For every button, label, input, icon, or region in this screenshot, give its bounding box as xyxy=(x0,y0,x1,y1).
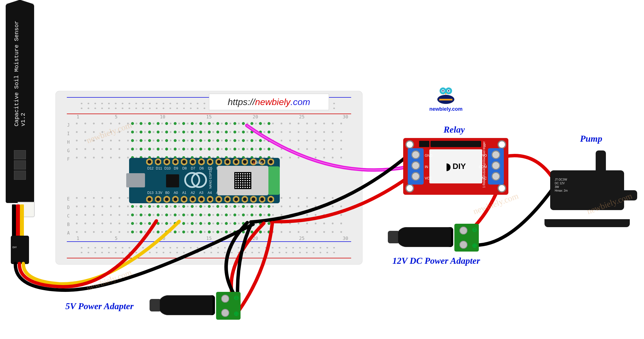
screw-terminal-12v: ⊖ ⊕ xyxy=(454,224,479,252)
label-5v-adapter: 5V Power Adapter xyxy=(65,301,134,311)
barrel-jack-12v-icon xyxy=(396,227,453,247)
newbiely-owl-logo: newbiely.com xyxy=(429,85,463,112)
label-12v-adapter: 12V DC Power Adapter xyxy=(392,256,480,266)
row-letter: H xyxy=(67,140,70,145)
sensor-pcb-icon xyxy=(13,149,27,200)
barrel-jack-5v-icon xyxy=(158,295,215,315)
svg-point-6 xyxy=(448,90,450,92)
svg-rect-8 xyxy=(439,99,452,101)
pump-outlet-top-icon xyxy=(596,150,606,173)
pin-header-bottom xyxy=(146,195,274,203)
relay-header-icon xyxy=(430,141,481,147)
row-letter: I xyxy=(67,131,70,136)
usb-c-port-icon xyxy=(126,173,145,187)
board-model: NANO ESP32 xyxy=(209,169,212,189)
shield-vendor: ublox xyxy=(253,160,263,165)
svg-point-5 xyxy=(442,90,444,92)
row-letter: F xyxy=(67,157,70,162)
optocoupler-icon xyxy=(419,141,429,147)
row-letter: D xyxy=(67,205,70,210)
owl-icon xyxy=(435,85,456,105)
moisture-sensor-label: Capacitive Soil Moisture Sensor v1.2 xyxy=(9,7,31,126)
breadboard-col-numbers-bottom: 1 5 10 15 20 25 30 xyxy=(73,236,345,241)
sensor-cable-plug-icon: DIY xyxy=(11,236,29,264)
qr-code-icon xyxy=(234,172,251,189)
relay-left-pin-labels: GNDINVCC xyxy=(425,150,432,184)
row-letter: G xyxy=(67,148,70,153)
mcu-chip-icon xyxy=(166,174,179,187)
relay-module-text: 1 Relay Module high/low level trigger xyxy=(483,141,486,188)
breadboard-col-numbers-top: 1 5 10 15 20 25 30 xyxy=(73,114,345,120)
arduino-logo-icon xyxy=(191,172,207,188)
sensor-cable-icon xyxy=(12,204,28,238)
row-letter: E xyxy=(67,196,70,202)
website-link-box: https://newbiely.com xyxy=(209,94,329,110)
row-letter: C xyxy=(67,214,70,219)
moisture-sensor: Capacitive Soil Moisture Sensor v1.2 xyxy=(6,4,34,203)
watermark: newbiely.com xyxy=(85,267,133,293)
arduino-nano-esp32: D12D11D10 D9D8D7 D6D5D4 D3D2GND RSTRX0TX… xyxy=(129,158,280,203)
screw-terminal-5v: ⊖ ⊕ xyxy=(216,292,241,320)
relay-module: ◗DIY GNDINVCC NOCOMNC 1 Relay Module hig… xyxy=(403,138,508,195)
pcb-antenna-icon xyxy=(268,166,280,195)
label-relay: Relay xyxy=(444,124,465,135)
row-letter: B xyxy=(67,222,70,227)
pump-base-icon xyxy=(544,219,630,227)
breadboard-power-rail-bottom xyxy=(67,241,351,258)
svg-marker-7 xyxy=(445,93,447,95)
relay-terminal-right xyxy=(488,148,504,185)
wifi-module-shield-icon xyxy=(217,166,268,195)
row-letter: J xyxy=(67,123,70,128)
relay-body: ◗DIY xyxy=(429,149,482,183)
relay-terminal-left xyxy=(408,148,424,185)
label-pump: Pump xyxy=(580,133,602,144)
pump-spec-label: JT-DC3WDC 12V 3WHmax: 2m xyxy=(555,178,568,192)
row-letter: A xyxy=(67,231,70,236)
